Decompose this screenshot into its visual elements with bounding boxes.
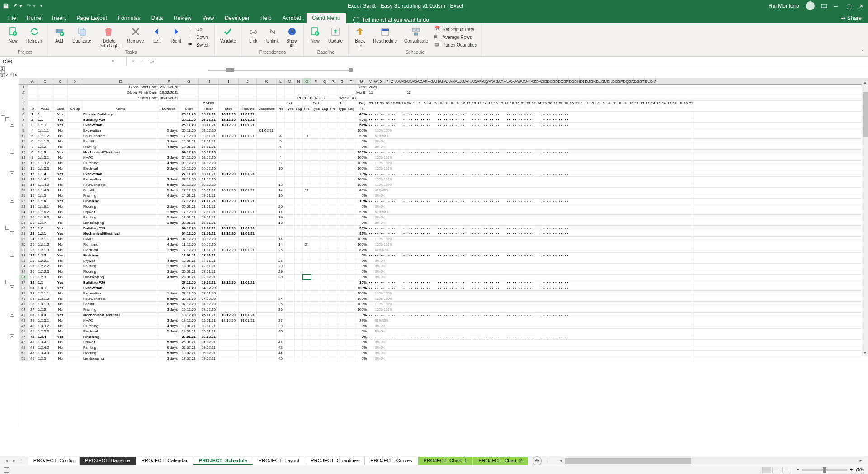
row-header-30[interactable]: 30	[19, 242, 28, 247]
pre3-cell[interactable]	[329, 193, 337, 198]
scroll-left-icon[interactable]: ◄	[559, 459, 563, 463]
resume-cell[interactable]	[239, 334, 257, 339]
type2-cell[interactable]	[311, 253, 321, 258]
lag3-cell[interactable]	[347, 237, 355, 242]
redo-icon[interactable]: ↷ ▾	[27, 3, 35, 9]
meta-cell[interactable]	[239, 90, 257, 95]
timeline-day[interactable]: 25	[379, 101, 384, 106]
start-cell[interactable]: 02.02.21	[179, 345, 199, 350]
id-cell[interactable]: 29	[28, 264, 37, 269]
group-cell[interactable]	[68, 291, 82, 296]
finish-cell[interactable]: 27.01.21	[199, 253, 219, 258]
lag3-cell[interactable]	[347, 215, 355, 220]
type2-cell[interactable]	[311, 237, 321, 242]
type1-cell[interactable]	[285, 296, 295, 301]
stop-cell[interactable]	[219, 242, 239, 247]
row-header-35[interactable]: 35	[19, 269, 28, 274]
lag2-cell[interactable]	[321, 231, 329, 236]
sum-cell[interactable]: No	[53, 318, 68, 323]
wbs-cell[interactable]: 1.1.3.2	[37, 161, 53, 166]
name-cell[interactable]: Landscaping	[82, 275, 159, 280]
pre3-cell[interactable]	[329, 356, 337, 361]
start-cell[interactable]: 17.02.21	[179, 356, 199, 361]
meta-cell[interactable]	[337, 90, 347, 95]
start-cell[interactable]: 11.12.20	[179, 242, 199, 247]
id-cell[interactable]: 45	[28, 351, 37, 356]
col-header-BF[interactable]: BF	[563, 78, 569, 84]
constraint-cell[interactable]	[257, 247, 277, 252]
id-cell[interactable]: 33	[28, 285, 37, 290]
lag1-cell[interactable]	[295, 253, 303, 258]
lag3-cell[interactable]	[347, 171, 355, 176]
constraint-cell[interactable]	[257, 215, 277, 220]
row-header-38[interactable]: 38	[19, 285, 28, 290]
timeline-day[interactable]: 13	[645, 101, 650, 106]
col-header-AC[interactable]: AC	[406, 78, 411, 84]
pre1-cell[interactable]	[277, 313, 285, 318]
row-header-27[interactable]: 27	[19, 226, 28, 231]
lag1-cell[interactable]	[295, 247, 303, 252]
row-header-50[interactable]: 50	[19, 351, 28, 356]
lag3-cell[interactable]	[347, 269, 355, 274]
stop-cell[interactable]	[219, 182, 239, 187]
outline-collapse-button[interactable]: −	[10, 231, 14, 235]
group-cell[interactable]	[68, 280, 82, 285]
pre3-cell[interactable]	[329, 220, 337, 225]
name-cell[interactable]: Painting	[82, 264, 159, 269]
finish-cell[interactable]: 18.01.21	[199, 139, 219, 144]
lag2-cell[interactable]	[321, 139, 329, 144]
name-cell[interactable]: Excavation	[82, 171, 159, 176]
wbs-cell[interactable]: 1	[37, 112, 53, 117]
close-icon[interactable]: ✕	[859, 3, 865, 9]
stop-cell[interactable]	[219, 269, 239, 274]
save-icon[interactable]	[3, 3, 9, 9]
id-cell[interactable]: 31	[28, 275, 37, 280]
outline-collapse-button[interactable]: −	[10, 150, 14, 154]
lag1-cell[interactable]	[295, 237, 303, 242]
type2-cell[interactable]	[311, 226, 321, 231]
type3-cell[interactable]	[337, 220, 347, 225]
id-cell[interactable]: 16	[28, 193, 37, 198]
pre2-cell[interactable]: 24	[303, 242, 311, 247]
stop-cell[interactable]: 18/12/20	[219, 133, 239, 138]
start-cell[interactable]: 17.12.20	[179, 188, 199, 193]
row-header-48[interactable]: 48	[19, 340, 28, 345]
gantt-cell[interactable]: ▪▪ ▪▪ ▪▪ ▪▪ ▪▪ ▪▪ ▪▪ ▪▪ ▪▪ ▪▪ ▪▪ ▪▪ ▪▪ ▪…	[368, 231, 693, 236]
constraint-cell[interactable]	[257, 269, 277, 274]
group-cell[interactable]	[68, 133, 82, 138]
timeline-day[interactable]: 26	[384, 101, 390, 106]
pre2-cell[interactable]	[303, 117, 311, 122]
pre2-cell[interactable]	[303, 177, 311, 182]
col-header-AX[interactable]: AX	[520, 78, 525, 84]
duration-cell[interactable]: 3 days	[159, 264, 179, 269]
id-cell[interactable]: 21	[28, 220, 37, 225]
type3-cell[interactable]	[337, 345, 347, 350]
timeline-day[interactable]: 10	[460, 101, 466, 106]
row-header-6[interactable]: 6	[19, 112, 28, 117]
type3-cell[interactable]	[337, 351, 347, 356]
col-header-T[interactable]: T	[347, 78, 355, 84]
type2-cell[interactable]	[311, 291, 321, 296]
duplicate-button[interactable]: Duplicate	[70, 25, 94, 44]
sheet-tab-project_baseline[interactable]: PROJECT_Baseline	[80, 457, 136, 465]
timeline-day[interactable]: 7	[612, 101, 618, 106]
meta-cell[interactable]: Duration	[159, 106, 179, 111]
type1-cell[interactable]	[285, 242, 295, 247]
col-header-BC[interactable]: BC	[547, 78, 552, 84]
start-cell[interactable]: 09.12.20	[179, 161, 199, 166]
id-cell[interactable]: 38	[28, 313, 37, 318]
name-cell[interactable]: Drywall	[82, 258, 159, 263]
timeline-day[interactable]: 1	[411, 101, 417, 106]
stop-cell[interactable]	[219, 258, 239, 263]
wbs-cell[interactable]: 1.1.6.2	[37, 209, 53, 214]
delete-button[interactable]: DeleteData Right	[96, 25, 123, 49]
constraint-cell[interactable]	[257, 313, 277, 318]
stop-cell[interactable]: 18/12/20	[219, 247, 239, 252]
meta-cell[interactable]: 1st	[277, 101, 303, 106]
pre1-cell[interactable]: 6	[277, 144, 285, 149]
wbs-cell[interactable]: 1.2.3	[37, 275, 53, 280]
gantt-cell[interactable]: 100% 100%	[368, 307, 693, 312]
type1-cell[interactable]	[285, 258, 295, 263]
ribbon-tab-help[interactable]: Help	[255, 13, 277, 23]
constraint-cell[interactable]	[257, 264, 277, 269]
